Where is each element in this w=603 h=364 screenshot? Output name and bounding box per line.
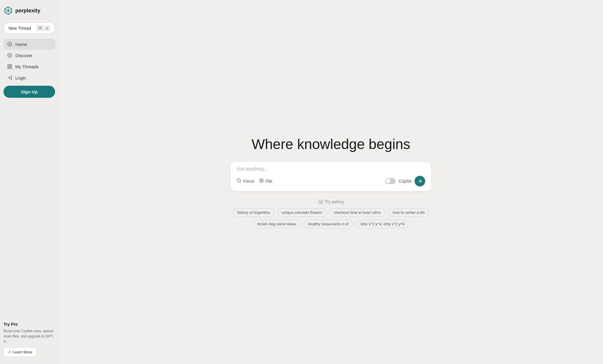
svg-rect-2 — [8, 64, 9, 67]
nav-menu: Home Discover My Threads — [4, 39, 55, 83]
search-tools-right: Copilot — [385, 176, 425, 186]
learn-more-button[interactable]: ↗ Learn More — [4, 347, 37, 357]
try-asking-label: Try asking — [228, 199, 434, 204]
file-icon — [259, 178, 264, 184]
sidebar-item-my-threads-label: My Threads — [15, 64, 39, 69]
search-container: Focus File Copilot — [231, 162, 431, 191]
sidebar-item-home[interactable]: Home — [4, 39, 55, 50]
suggestion-chips: history of Argentinaunique colorado flow… — [228, 208, 434, 228]
file-label: File — [266, 179, 272, 183]
sidebar-item-home-label: Home — [15, 42, 27, 47]
suggestion-chip[interactable]: how to center a div — [388, 208, 429, 217]
suggestion-chip[interactable]: d/dx x^2 y^4, d/dy x^2 y^4 — [356, 220, 409, 228]
svg-point-7 — [237, 179, 241, 182]
search-input[interactable] — [237, 166, 425, 172]
sidebar-item-discover-label: Discover — [15, 53, 32, 58]
try-asking-text: Try asking — [325, 199, 344, 204]
hero-title: Where knowledge begins — [252, 136, 410, 152]
sidebar-bottom: Try Pro Boost your Copilot uses, upload … — [4, 318, 55, 359]
suggestion-chip[interactable]: healthy restaurants in sf — [304, 220, 353, 228]
discover-icon — [7, 53, 12, 58]
login-icon — [7, 75, 12, 80]
logo: perplexity — [4, 5, 55, 16]
logo-icon — [4, 6, 13, 15]
focus-button[interactable]: Focus — [237, 177, 254, 185]
toggle-knob — [386, 179, 390, 183]
learn-more-label: Learn More — [13, 350, 32, 354]
copilot-label: Copilot — [399, 179, 412, 183]
suggestion-chip[interactable]: unique colorado flowers — [277, 208, 327, 217]
main-content: Where knowledge begins Focus — [59, 0, 603, 364]
new-thread-button[interactable]: New Thread ⌘ K — [4, 22, 55, 34]
new-thread-shortcut: ⌘ K — [37, 26, 50, 31]
sidebar-item-discover[interactable]: Discover — [4, 50, 55, 61]
threads-icon — [7, 64, 12, 69]
search-toolbar: Focus File Copilot — [237, 176, 425, 186]
focus-label: Focus — [243, 179, 254, 183]
try-asking-section: Try asking history of Argentinaunique co… — [228, 199, 434, 228]
try-pro-section: Try Pro Boost your Copilot uses, upload … — [4, 318, 55, 359]
signup-button[interactable]: Sign Up — [4, 86, 55, 98]
search-tools-left: Focus File — [237, 177, 272, 185]
suggestion-chip[interactable]: history of Argentina — [233, 208, 274, 217]
submit-button[interactable] — [415, 176, 425, 186]
try-pro-description: Boost your Copilot uses, upload more fil… — [4, 328, 55, 344]
svg-line-8 — [240, 181, 241, 182]
svg-rect-3 — [10, 64, 12, 66]
sidebar-item-login-label: Login — [15, 75, 26, 80]
copilot-toggle[interactable] — [385, 178, 396, 184]
svg-point-1 — [8, 53, 12, 57]
svg-rect-4 — [10, 67, 12, 69]
svg-rect-5 — [8, 67, 9, 69]
logo-text: perplexity — [15, 8, 40, 14]
sidebar-item-login[interactable]: Login — [4, 72, 55, 83]
sidebar: perplexity New Thread ⌘ K Home — [0, 0, 59, 364]
sidebar-item-my-threads[interactable]: My Threads — [4, 61, 55, 72]
home-icon — [7, 42, 12, 47]
shortcut-key: K — [44, 26, 50, 31]
focus-icon — [237, 178, 241, 184]
suggestion-chip[interactable]: checkout time w hotel cdmx — [329, 208, 385, 217]
learn-more-arrow-icon: ↗ — [8, 350, 11, 354]
new-thread-label: New Thread — [9, 26, 31, 31]
shortcut-cmd: ⌘ — [37, 26, 44, 31]
suggestion-chip[interactable]: brown dog name ideas — [253, 220, 301, 228]
file-button[interactable]: File — [259, 177, 272, 185]
try-pro-title: Try Pro — [4, 322, 55, 327]
